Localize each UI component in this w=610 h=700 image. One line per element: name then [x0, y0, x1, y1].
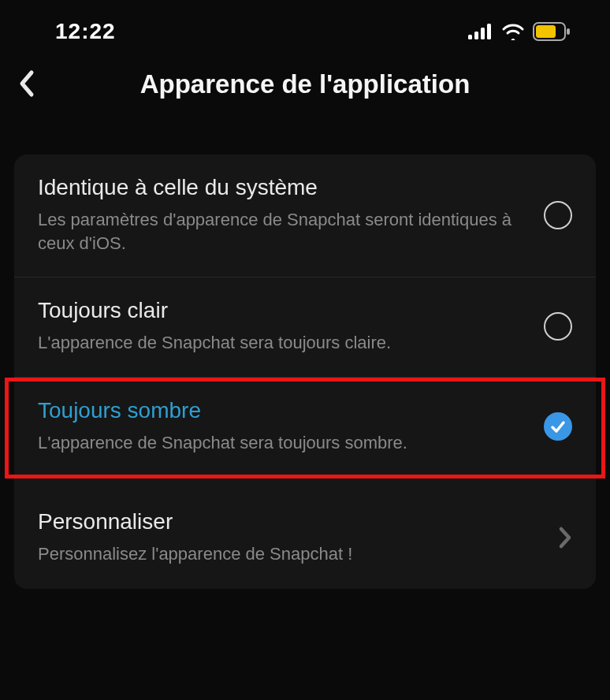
- option-dark[interactable]: Toujours sombre L'apparence de Snapchat …: [14, 378, 596, 478]
- option-text: Toujours clair L'apparence de Snapchat s…: [38, 298, 531, 355]
- option-system[interactable]: Identique à celle du système Les paramèt…: [14, 155, 596, 277]
- option-desc: L'apparence de Snapchat sera toujours so…: [38, 431, 531, 455]
- svg-rect-5: [536, 25, 556, 38]
- back-button[interactable]: [17, 69, 35, 101]
- chevron-left-icon: [17, 69, 35, 98]
- option-title: Personnaliser: [38, 509, 545, 534]
- content: Identique à celle du système Les paramèt…: [0, 155, 610, 589]
- cellular-icon: [468, 24, 493, 39]
- option-title: Toujours clair: [38, 298, 531, 323]
- status-icons: [468, 22, 571, 41]
- option-title: Toujours sombre: [38, 398, 531, 423]
- wifi-icon: [501, 23, 525, 40]
- option-text: Personnaliser Personnalisez l'apparence …: [38, 509, 545, 566]
- page-title: Apparence de l'application: [16, 69, 594, 99]
- radio-unchecked-icon: [544, 312, 572, 341]
- svg-rect-1: [474, 32, 478, 39]
- svg-rect-6: [567, 28, 570, 35]
- option-desc: Les paramètres d'apparence de Snapchat s…: [38, 208, 531, 255]
- status-bar: 12:22: [0, 0, 610, 55]
- svg-rect-0: [468, 35, 472, 39]
- status-time: 12:22: [55, 19, 116, 44]
- options-card: Identique à celle du système Les paramèt…: [14, 155, 596, 589]
- check-icon: [549, 418, 567, 435]
- radio-unchecked-icon: [544, 201, 572, 229]
- battery-icon: [533, 22, 571, 41]
- svg-rect-3: [487, 24, 491, 39]
- page-header: Apparence de l'application: [0, 55, 610, 123]
- option-text: Toujours sombre L'apparence de Snapchat …: [38, 398, 531, 455]
- radio-checked-icon: [544, 412, 572, 441]
- svg-rect-2: [481, 28, 485, 39]
- option-text: Identique à celle du système Les paramèt…: [38, 175, 531, 255]
- chevron-right-icon: [558, 526, 572, 549]
- option-title: Identique à celle du système: [38, 175, 531, 200]
- option-desc: L'apparence de Snapchat sera toujours cl…: [38, 331, 531, 355]
- option-desc: Personnalisez l'apparence de Snapchat !: [38, 542, 545, 566]
- option-customize[interactable]: Personnaliser Personnalisez l'apparence …: [14, 478, 596, 590]
- option-light[interactable]: Toujours clair L'apparence de Snapchat s…: [14, 277, 596, 378]
